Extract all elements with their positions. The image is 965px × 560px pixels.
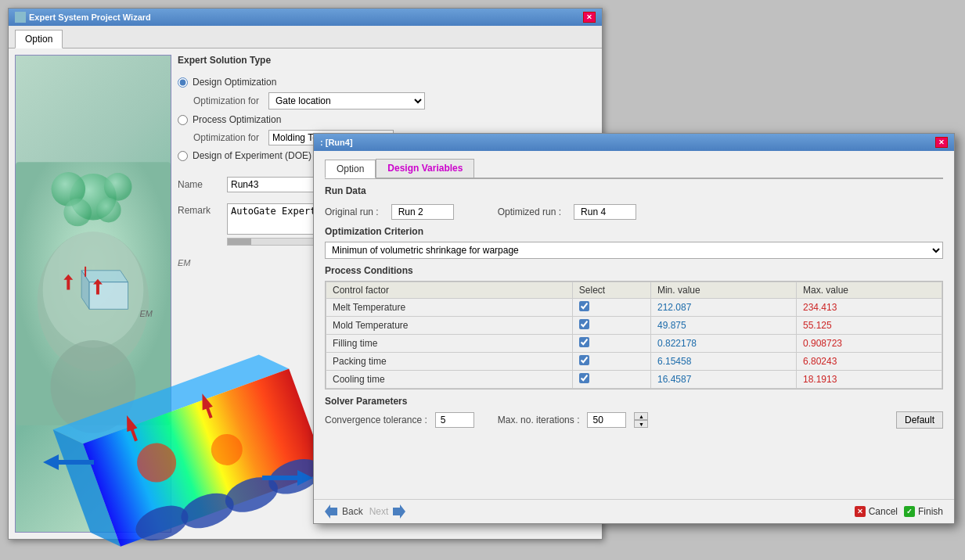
criterion-dropdown[interactable]: Minimun of volumetric shrinkage for warp… xyxy=(325,242,943,259)
design-opt-row: Design Optimization xyxy=(178,77,596,88)
wizard-tab-bar: Option xyxy=(9,26,602,48)
select-mold-temp[interactable] xyxy=(572,317,650,335)
wizard-titlebar: Expert System Project Wizard ✕ xyxy=(9,9,602,26)
wizard-close-button[interactable]: ✕ xyxy=(583,12,596,23)
svg-point-5 xyxy=(96,198,121,223)
dialog-window: : [Run4] ✕ Option Design Variables Run D… xyxy=(313,133,955,524)
optimization-criterion-section: Optimization Criterion Minimun of volume… xyxy=(325,226,943,259)
factor-melt-temp: Melt Temperature xyxy=(326,299,573,317)
factor-filling-time: Filling time xyxy=(326,335,573,353)
original-run-label: Original run : xyxy=(325,206,379,217)
table-row: Melt Temperature 212.087 234.413 xyxy=(326,299,942,317)
wizard-em-label: EM xyxy=(139,309,153,318)
process-opt-radio[interactable] xyxy=(178,115,188,125)
wizard-tab-option[interactable]: Option xyxy=(15,30,63,48)
solver-params-section: Solver Parameters Convergence tolerance … xyxy=(325,396,943,429)
select-packing-time[interactable] xyxy=(572,353,650,371)
table-row: Packing time 6.15458 6.80243 xyxy=(326,353,942,371)
finish-button[interactable]: ✓ Finish xyxy=(904,506,943,517)
svg-marker-11 xyxy=(89,282,128,310)
table-row: Cooling time 16.4587 18.1913 xyxy=(326,371,942,389)
max-iterations-label: Max. no. iterations : xyxy=(498,415,580,425)
cancel-button[interactable]: ✕ Cancel xyxy=(855,506,898,517)
max-melt-temp: 234.413 xyxy=(796,299,942,317)
table-row: Filling time 0.822178 0.908723 xyxy=(326,335,942,353)
select-melt-temp[interactable] xyxy=(572,299,650,317)
convergence-input[interactable] xyxy=(435,412,474,428)
process-conditions-table: Control factor Select Min. value Max. va… xyxy=(325,281,943,389)
checkbox-packing-time[interactable] xyxy=(579,355,589,365)
back-arrow-icon xyxy=(325,504,339,519)
dialog-titlebar: : [Run4] ✕ xyxy=(314,134,954,151)
dialog-tab-bar: Option Design Variables xyxy=(325,159,943,179)
select-cooling-time[interactable] xyxy=(572,371,650,389)
max-cooling-time: 18.1913 xyxy=(796,371,942,389)
optimized-run-input[interactable] xyxy=(574,204,636,220)
criterion-row: Minimun of volumetric shrinkage for warp… xyxy=(325,242,943,259)
svg-marker-30 xyxy=(393,504,405,519)
solver-params-title: Solver Parameters xyxy=(325,396,943,407)
dialog-footer: Back Next ✕ Cancel ✓ Finish xyxy=(314,499,954,523)
expert-solution-title: Expert Solution Type xyxy=(178,55,596,66)
design-opt-radio[interactable] xyxy=(178,77,188,88)
max-mold-temp: 55.125 xyxy=(796,317,942,335)
next-arrow-icon xyxy=(391,504,405,519)
process-conditions-section: Process Conditions Control factor Select… xyxy=(325,265,943,389)
next-button[interactable]: Next xyxy=(369,506,389,517)
checkbox-mold-temp[interactable] xyxy=(579,319,589,329)
process-opt-for-label: Optimization for xyxy=(193,132,264,143)
doe-radio[interactable] xyxy=(178,151,188,161)
factor-mold-temp: Mold Temperature xyxy=(326,317,573,335)
solver-row: Convergence tolerance : Max. no. iterati… xyxy=(325,411,943,429)
checkbox-cooling-time[interactable] xyxy=(579,373,589,383)
svg-point-4 xyxy=(63,199,92,227)
min-mold-temp: 49.875 xyxy=(650,317,796,335)
col-control-factor: Control factor xyxy=(326,282,573,299)
back-button[interactable]: Back xyxy=(342,506,363,517)
run-data-title: Run Data xyxy=(325,185,943,196)
svg-point-3 xyxy=(104,173,132,201)
dialog-tab-option[interactable]: Option xyxy=(325,160,376,178)
spinner-down[interactable]: ▼ xyxy=(634,420,648,428)
max-filling-time: 0.908723 xyxy=(796,335,942,353)
cancel-x-icon: ✕ xyxy=(855,506,866,517)
checkbox-melt-temp[interactable] xyxy=(579,301,589,311)
dialog-title-text: : [Run4] xyxy=(320,138,353,147)
convergence-label: Convergence tolerance : xyxy=(325,415,427,425)
criterion-title: Optimization Criterion xyxy=(325,226,943,237)
select-filling-time[interactable] xyxy=(572,335,650,353)
default-button[interactable]: Default xyxy=(896,411,943,429)
max-packing-time: 6.80243 xyxy=(796,353,942,371)
spinner-up[interactable]: ▲ xyxy=(634,412,648,420)
wizard-head-visual: EM xyxy=(16,56,171,532)
checkbox-filling-time[interactable] xyxy=(579,337,589,347)
dialog-tab-design-variables[interactable]: Design Variables xyxy=(376,159,474,178)
design-opt-for-row: Optimization for Gate location xyxy=(193,92,596,109)
dialog-body: Option Design Variables Run Data Origina… xyxy=(314,151,954,499)
factor-cooling-time: Cooling time xyxy=(326,371,573,389)
original-run-input[interactable] xyxy=(391,204,454,220)
process-conditions-title: Process Conditions xyxy=(325,265,943,276)
max-iterations-input[interactable] xyxy=(587,412,626,428)
svg-point-8 xyxy=(51,340,136,433)
design-opt-for-label: Optimization for xyxy=(193,95,264,106)
wizard-title-icon xyxy=(15,12,26,23)
col-min-value: Min. value xyxy=(650,282,796,299)
run-data-row: Original run : Optimized run : xyxy=(325,204,943,220)
min-cooling-time: 16.4587 xyxy=(650,371,796,389)
design-opt-dropdown[interactable]: Gate location xyxy=(268,92,425,109)
wizard-image-panel: EM xyxy=(15,55,171,533)
wizard-title-text: Expert System Project Wizard xyxy=(29,13,151,22)
col-select: Select xyxy=(572,282,650,299)
iterations-spinner[interactable]: ▲ ▼ xyxy=(634,412,648,428)
min-packing-time: 6.15458 xyxy=(650,353,796,371)
min-melt-temp: 212.087 xyxy=(650,299,796,317)
run-data-section: Run Data Original run : Optimized run : xyxy=(325,185,943,220)
finish-check-icon: ✓ xyxy=(904,506,915,517)
doe-label: Design of Experiment (DOE) An xyxy=(193,150,325,161)
factor-packing-time: Packing time xyxy=(326,353,573,371)
remark-label: Remark xyxy=(178,203,221,216)
dialog-close-button[interactable]: ✕ xyxy=(935,137,948,148)
table-row: Mold Temperature 49.875 55.125 xyxy=(326,317,942,335)
optimized-run-label: Optimized run : xyxy=(498,206,561,217)
